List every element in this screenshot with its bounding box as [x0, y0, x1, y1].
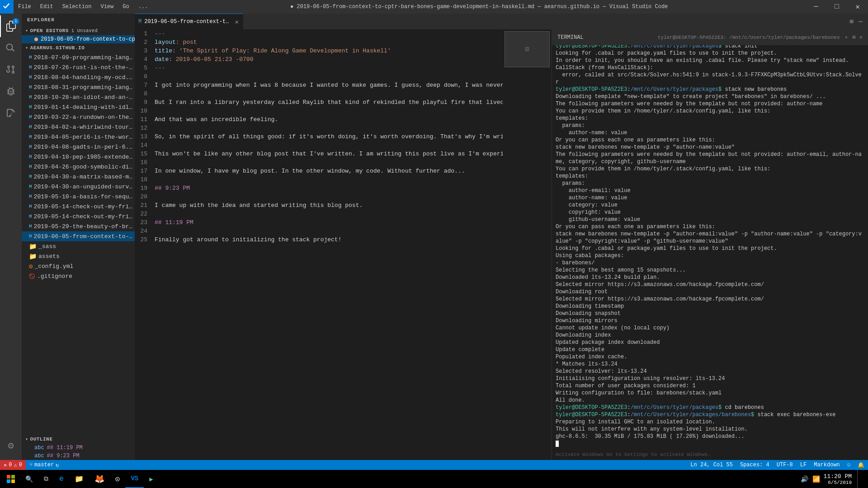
open-editors-header[interactable]: ▾ Open Editors 1 Unsaved	[22, 26, 135, 35]
edge-taskbar[interactable]: e	[54, 470, 69, 488]
tree-item-label: 2018-07-09-programming-language-divers..…	[34, 54, 135, 61]
status-spaces[interactable]: Spaces: 4	[736, 460, 773, 470]
tree-item[interactable]: 📁_sass	[22, 241, 135, 251]
open-editor-item[interactable]: 2019-06-05-from-context-to-cptr-bare-...	[22, 35, 135, 43]
tab-close-button[interactable]: ✕	[234, 17, 240, 27]
code-editor[interactable]: 1234567891011121314151617181920212223242…	[135, 29, 552, 460]
markdown-icon: M	[29, 114, 32, 120]
code-content[interactable]: ---layout: posttitle: 'The Spirit of Pla…	[153, 29, 503, 244]
status-branch[interactable]: ⑂ master ↻	[26, 460, 62, 470]
terminal-output[interactable]: Configuration file: /mnt/c/Users/tyler/p…	[552, 45, 868, 460]
editor-tab-active[interactable]: M 2019-06-05-from-context-to-cptr-bare-b…	[135, 14, 243, 29]
close-terminal-button[interactable]: ✕	[859, 34, 863, 41]
tree-item-label: 2019-06-05-from-context-to-cptr-bare-bo.…	[34, 233, 135, 240]
menu-go[interactable]: Go	[118, 0, 133, 14]
tree-item[interactable]: M2019-04-30-a-matrix-based-model-of-soft…	[22, 172, 135, 182]
tree-item[interactable]: M2018-08-31-programming-language-theor..…	[22, 82, 135, 92]
terminal-line: Downloading snapshot	[556, 310, 864, 317]
tree-item[interactable]: 📁assets	[22, 251, 135, 261]
code-scroll-area[interactable]: 1234567891011121314151617181920212223242…	[135, 29, 503, 460]
tree-item-label: 2019-05-10-a-basis-for-sequential-execut…	[34, 193, 135, 200]
tree-item[interactable]: M2019-03-22-a-rundown-on-the-charm-typ..…	[22, 112, 135, 122]
svg-rect-2	[7, 479, 10, 483]
line-number: 5	[135, 64, 147, 72]
outline-item[interactable]: abc## 11:19 PM	[22, 444, 135, 452]
minimize-button[interactable]: ─	[806, 0, 826, 14]
tree-item[interactable]: ⚙_config.yml	[22, 261, 135, 271]
line-number: 24	[135, 227, 147, 235]
spaces-label: Spaces: 4	[740, 462, 769, 468]
outline-item[interactable]: abc## 9:23 PM	[22, 452, 135, 460]
status-bell[interactable]: 🔔	[854, 460, 868, 470]
tree-item[interactable]: M2019-05-14-check-out-my-friend-s-blog.m…	[22, 211, 135, 221]
tree-item[interactable]: M2019-04-30-an-unguided-survey-of-anony.…	[22, 182, 135, 192]
status-cursor[interactable]: Ln 24, Col 55	[687, 460, 736, 470]
tree-item[interactable]: M2019-05-10-a-basis-for-sequential-execu…	[22, 192, 135, 202]
status-language[interactable]: Markdown	[810, 460, 844, 470]
tree-item[interactable]: M2019-04-05-perl6-is-the-world-s-worst-m…	[22, 132, 135, 142]
file-tree-header[interactable]: ▾ AEARNUS.GITHUB.IO	[22, 43, 135, 52]
status-eol[interactable]: LF	[797, 460, 810, 470]
new-terminal-button[interactable]: ＋	[844, 33, 849, 41]
extensions-activity-icon[interactable]	[0, 102, 22, 124]
tree-item[interactable]: M2019-04-26-good-symbolic-differentiatio…	[22, 162, 135, 172]
settings-activity-icon[interactable]: ⚙	[0, 435, 22, 456]
show-desktop[interactable]	[857, 470, 861, 488]
terminal-line: tyler@DESKTOP-5PA5Z2E3:/mnt/c/Users/tyle…	[556, 404, 864, 411]
status-feedback[interactable]: ☺	[844, 460, 854, 470]
tree-item[interactable]: M2018-07-09-programming-language-divers.…	[22, 52, 135, 62]
maximize-button[interactable]: □	[826, 0, 847, 14]
terminal-line: CallStack (from HasCallStack):	[556, 64, 864, 71]
terminal-line: Cannot update index (no local copy)	[556, 324, 864, 332]
svg-rect-3	[11, 479, 15, 483]
terminal-line: tyler@DESKTOP-5PA5Z2E3:/mnt/c/Users/tyle…	[556, 411, 864, 418]
menu-file[interactable]: File	[14, 0, 36, 14]
start-button[interactable]	[2, 470, 20, 488]
line-number: 9	[135, 98, 147, 107]
tree-item[interactable]: 🚫.gitignore	[22, 271, 135, 281]
terminal-line: Looking for .cabal or package.yaml files…	[556, 50, 864, 57]
tree-item[interactable]: M2018-08-04-handling-my-ocd.md	[22, 72, 135, 82]
tree-item[interactable]: M2019-04-08-gadts-in-perl-6.md	[22, 142, 135, 152]
terminal-line: All done.	[556, 397, 864, 404]
code-line: ---	[155, 29, 503, 38]
titlebar-left: File Edit Selection View Go ...	[0, 0, 152, 14]
taskbar-time[interactable]: 11:20 PM 6/5/2019	[824, 473, 852, 485]
tree-item[interactable]: M2019-05-29-the-beauty-of-brevity-tiny-c…	[22, 221, 135, 231]
explorer-activity-icon[interactable]: 1	[0, 15, 22, 37]
close-button[interactable]: ✕	[847, 0, 868, 14]
menu-more[interactable]: ...	[134, 0, 153, 14]
source-control-activity-icon[interactable]	[0, 59, 22, 80]
search-taskbar-button[interactable]: 🔍	[20, 470, 38, 488]
tree-item[interactable]: M2019-05-14-check-out-my-friend-s-blog.m…	[22, 202, 135, 211]
tree-item[interactable]: M2018-07-26-rust-is-not-the-right-choice…	[22, 62, 135, 72]
debug-activity-icon[interactable]	[0, 80, 22, 102]
code-line	[155, 192, 503, 201]
tree-item[interactable]: M2019-06-05-from-context-to-cptr-bare-bo…	[22, 231, 135, 241]
tree-item[interactable]: M2019-04-10-pep-1985-extended-future-be.…	[22, 152, 135, 162]
terminal-taskbar[interactable]: ▶	[144, 470, 158, 488]
explorer-taskbar[interactable]: 📁	[69, 470, 89, 488]
tree-item[interactable]: M2018-10-28-an-idiot-and-an-arduino.md	[22, 92, 135, 102]
menu-selection[interactable]: Selection	[58, 0, 96, 14]
terminal-panel: TERMINAL tyler@DESKTOP-5PA5Z2E3: /mnt/c/…	[552, 29, 868, 460]
line-number: 17	[135, 167, 147, 175]
tree-item[interactable]: M2019-04-02-a-whirlwind-tour-of-perl6-s-…	[22, 122, 135, 132]
task-view-button[interactable]: ⧉	[38, 470, 54, 488]
split-terminal-button[interactable]: ⊞	[853, 34, 856, 41]
split-editor-button[interactable]: ⊞	[848, 17, 855, 26]
tree-item[interactable]: M2019-01-14-dealing-with-idling-anxiety.…	[22, 102, 135, 112]
terminal-line: Initialising configuration using resolve…	[556, 375, 864, 382]
terminal-line: stack new barebones new-template -p "aut…	[556, 230, 864, 245]
vscode-taskbar[interactable]: VS	[125, 470, 144, 488]
tree-item-label: 2018-10-28-an-idiot-and-an-arduino.md	[34, 94, 135, 101]
chrome-taskbar[interactable]: ⊙	[110, 470, 126, 488]
search-activity-icon[interactable]	[0, 37, 22, 59]
menu-edit[interactable]: Edit	[36, 0, 58, 14]
firefox-taskbar[interactable]: 🦊	[89, 470, 110, 488]
menu-view[interactable]: View	[96, 0, 118, 14]
status-errors[interactable]: ✕ 0 ⚠ 0	[0, 460, 26, 470]
outline-header[interactable]: ▾ Outline	[22, 435, 135, 444]
more-actions-button[interactable]: ⋯	[857, 17, 864, 26]
status-encoding[interactable]: UTF-8	[773, 460, 797, 470]
